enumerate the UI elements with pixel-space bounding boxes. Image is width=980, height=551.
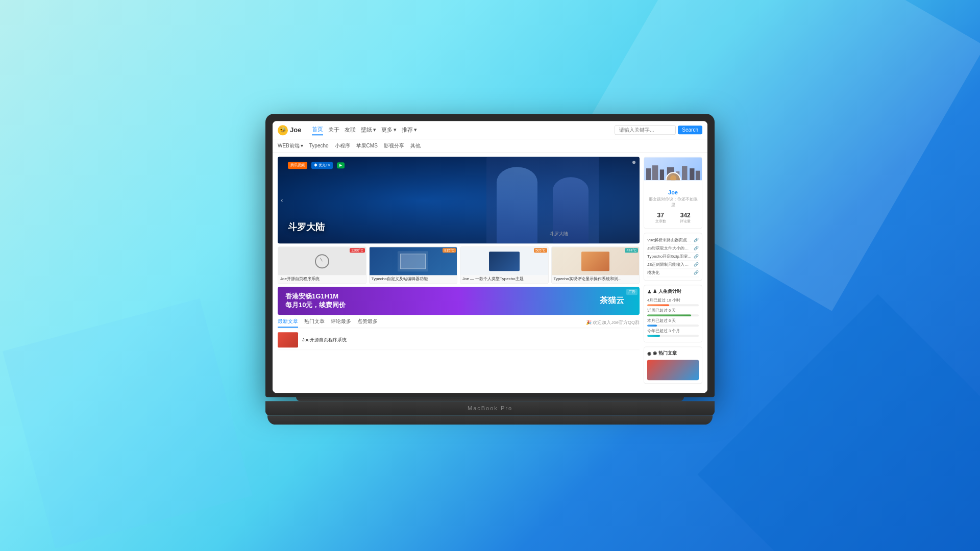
ad-badge: 广告	[626, 289, 638, 295]
life-item-1: 4月已超过 10 小时	[647, 298, 699, 306]
logo-youguang: ◆ 优光TV	[311, 162, 333, 169]
content-tabs: 最新文章 热门文章 评论最多 点赞最多 🎉 欢迎加入Joe官方QQ群	[278, 318, 640, 329]
recent-post-4[interactable]: JS正则限制只能输入数字，... 🔗	[647, 261, 699, 269]
nav-links-item[interactable]: 友联	[345, 125, 356, 135]
card-2-title: Typecho自定义及站编辑器功能	[370, 275, 457, 283]
hero-figure-group	[486, 157, 599, 243]
website: 🐝 Joe 首页 关于 友联 壁纸▾ 更多▾	[273, 121, 707, 393]
profile-stats: 37 文章数 342 评论量	[648, 212, 698, 224]
stat-posts: 37 文章数	[655, 212, 666, 224]
link-icon-1: 🔗	[694, 238, 699, 242]
hot-posts-widget: ◉ ◉ 热门文章	[644, 346, 702, 384]
recent-post-1[interactable]: Vue解析未路由器页点击报错 🔗	[647, 236, 699, 244]
laptop-screen: 🐝 Joe 首页 关于 友联 壁纸▾ 更多▾	[273, 121, 707, 393]
laptop-screen-bezel: 🐝 Joe 首页 关于 友联 壁纸▾ 更多▾	[273, 121, 707, 393]
ad-banner[interactable]: 香港安畅1G1H1M 每月10元，续费同价 茶猫云 广告	[278, 287, 640, 315]
sub-nav-other[interactable]: 其他	[410, 142, 421, 149]
recent-post-1-text: Vue解析未路由器页点击报错	[647, 237, 692, 243]
nav-recommend[interactable]: 推荐▾	[402, 125, 417, 135]
life-clock-title: ♟ ♟ 人生倒计时	[647, 288, 699, 295]
link-icon-4: 🔗	[694, 262, 699, 267]
sub-nav-miniprogram[interactable]: 小程序	[335, 142, 350, 149]
logo[interactable]: 🐝 Joe	[278, 125, 306, 135]
sub-nav-frontend[interactable]: WEB前端▾	[278, 142, 303, 149]
bg-shape-2	[697, 294, 980, 551]
hot-posts-icon: ◉	[647, 351, 651, 356]
hero-banner[interactable]: 腾讯视频 ◆ 优光TV ▶ ‹	[278, 157, 640, 243]
recent-posts: Vue解析未路由器页点击报错 🔗 JS对获取文件大小的函数 🔗 Typecho开…	[644, 233, 702, 281]
progress-bar-1	[647, 304, 699, 306]
recent-post-5[interactable]: 模块化 🔗	[647, 269, 699, 277]
search-input[interactable]	[615, 125, 676, 135]
sub-nav-video[interactable]: 影视分享	[384, 142, 404, 149]
card-4-image: 474°C	[552, 247, 640, 275]
profile-name: Joe	[648, 189, 698, 195]
card-4-title: Typecho实现评论显示操作系统和浏...	[552, 275, 640, 283]
recent-post-2-text: JS对获取文件大小的函数	[647, 245, 692, 251]
tab-comments[interactable]: 评论最多	[331, 318, 351, 328]
link-icon-2: 🔗	[694, 246, 699, 251]
laptop-hinge	[296, 397, 684, 401]
progress-bar-2	[647, 314, 699, 316]
svg-point-0	[670, 175, 676, 180]
nav-home[interactable]: 首页	[312, 124, 323, 135]
laptop-base: MacBook Pro	[265, 401, 715, 415]
list-item-1[interactable]: Joe开源自页程序系统	[278, 331, 640, 350]
nav-wallpaper[interactable]: 壁纸▾	[361, 125, 376, 135]
life-item-3: 本月已超过 6 天	[647, 318, 699, 327]
card-3-badge: 505°C	[534, 248, 547, 253]
sub-nav-applecms[interactable]: 苹果CMS	[356, 142, 378, 149]
bg-shape-3	[3, 298, 253, 548]
content-left: 腾讯视频 ◆ 优光TV ▶ ‹	[278, 157, 640, 389]
search-button[interactable]: Search	[678, 126, 702, 134]
ad-brand: 茶猫云	[600, 296, 624, 307]
card-3-thumb	[489, 252, 520, 271]
logo-tencent: 腾讯视频	[288, 162, 307, 169]
nav-about[interactable]: 关于	[328, 125, 339, 135]
logo-text: Joe	[290, 126, 301, 134]
hero-title: 斗罗大陆	[288, 221, 325, 233]
card-1[interactable]: 1200°C Joe开源自页程序系统	[278, 246, 366, 284]
stat-posts-number: 37	[655, 212, 666, 219]
card-3[interactable]: 505°C Joe — 一款个人类型Typecho主题	[460, 246, 549, 284]
hero-subtitle: 斗罗大陆	[550, 231, 568, 237]
card-1-badge: 1200°C	[350, 248, 364, 253]
nav-more[interactable]: 更多▾	[381, 125, 397, 135]
tab-latest[interactable]: 最新文章	[278, 318, 298, 328]
hot-posts-title: ◉ ◉ 热门文章	[647, 350, 699, 357]
laptop-screen-outer: 🐝 Joe 首页 关于 友联 壁纸▾ 更多▾	[265, 114, 715, 397]
card-2[interactable]: 815°C Typecho自定义及站编辑器功能	[369, 246, 458, 284]
card-4[interactable]: 474°C Typecho实现评论显示操作系统和浏...	[551, 246, 640, 284]
stat-posts-label: 文章数	[655, 219, 666, 224]
recent-post-2[interactable]: JS对获取文件大小的函数 🔗	[647, 244, 699, 253]
clock-icon	[315, 254, 329, 268]
tab-likes[interactable]: 点赞最多	[357, 318, 378, 328]
hero-figure1	[497, 167, 537, 243]
card-1-title: Joe开源自页程序系统	[278, 275, 366, 283]
card-2-badge: 815°C	[443, 248, 456, 253]
logo-bee: 🐝	[280, 127, 286, 133]
card-grid: 1200°C Joe开源自页程序系统 815°C	[278, 246, 640, 284]
avatar-svg	[667, 173, 680, 180]
hot-post-thumb[interactable]	[647, 360, 699, 380]
progress-fill-4	[647, 335, 660, 337]
progress-bar-3	[647, 324, 699, 327]
stat-comments-number: 342	[680, 212, 691, 219]
life-label-2: 近周已超过 6 天	[647, 308, 699, 313]
life-label-1: 4月已超过 10 小时	[647, 298, 699, 303]
sidebar: Joe 那女孩对你说：你还不如眼里 37 文章数 342	[644, 157, 702, 389]
sub-navbar: WEB前端▾ Typecho 小程序 苹果CMS 影视分享 其他	[273, 139, 707, 153]
recent-post-3[interactable]: Typecho开启Gzip压缩加速... 🔗	[647, 253, 699, 261]
ad-text-left: 香港安畅1G1H1M 每月10元，续费同价	[285, 292, 346, 310]
clock-widget-icon: ♟	[647, 289, 651, 294]
profile-card: Joe 那女孩对你说：你还不如眼里 37 文章数 342	[644, 157, 702, 229]
sub-nav-typecho[interactable]: Typecho	[309, 143, 329, 148]
progress-bar-4	[647, 335, 699, 337]
laptop-model-text: MacBook Pro	[468, 405, 512, 411]
main-content: 腾讯视频 ◆ 优光TV ▶ ‹	[273, 153, 707, 393]
card-2-image: 815°C	[370, 247, 457, 275]
hero-prev[interactable]: ‹	[281, 196, 283, 204]
tab-hot[interactable]: 热门文章	[304, 318, 325, 328]
progress-fill-1	[647, 304, 669, 306]
profile-cover	[644, 157, 702, 180]
